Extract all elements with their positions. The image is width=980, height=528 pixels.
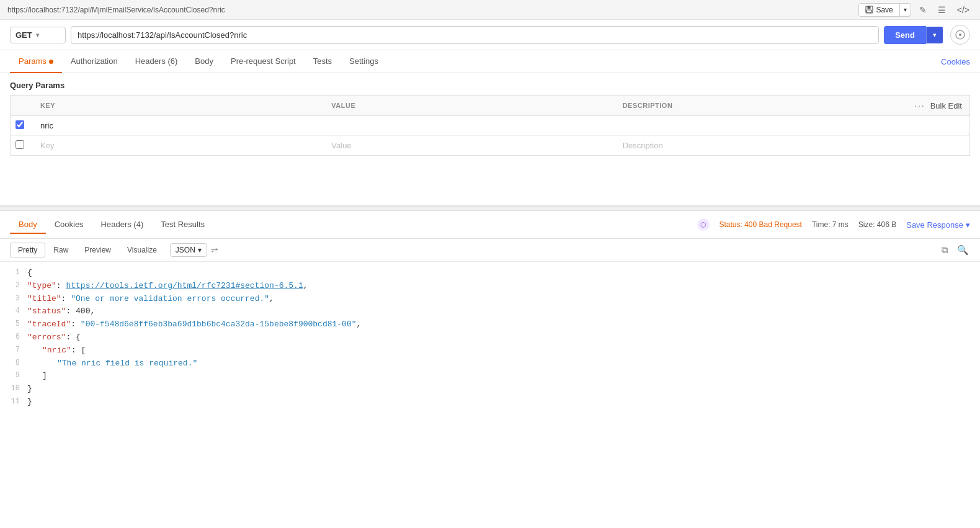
search-button[interactable]: 🔍 <box>956 243 970 257</box>
format-tab-pretty[interactable]: Pretty <box>10 243 45 257</box>
format-tabs: Pretty Raw Preview Visualize <box>10 243 165 257</box>
main-container: GET ▾ Send ▾ Params Auth <box>0 20 980 528</box>
tab-params[interactable]: Params <box>10 50 62 73</box>
code-line-9: 9 ] <box>0 370 980 383</box>
param-row-actions <box>907 122 969 130</box>
params-spacer <box>0 156 980 205</box>
placeholder-desc[interactable]: Description <box>617 136 907 154</box>
json-format-selector[interactable]: JSON ▾ <box>170 243 207 257</box>
row-checkbox-cell <box>11 116 34 135</box>
params-table: KEY VALUE DESCRIPTION ··· Bulk Edit nric <box>10 95 970 156</box>
save-label[interactable]: Save <box>859 4 899 16</box>
code-icon-button[interactable]: </> <box>954 4 973 16</box>
param-key-cell[interactable]: nric <box>34 117 325 135</box>
send-button-group[interactable]: Send ▾ <box>884 26 943 44</box>
code-line-5: 5 "traceId": "00-f548d6e8ff6eb3ba69d1bb6… <box>0 318 980 331</box>
top-bar: https://localhost:7132/api/MjmlEmailServ… <box>0 0 980 20</box>
tab-settings[interactable]: Settings <box>341 50 387 73</box>
placeholder-checkbox[interactable] <box>16 140 24 149</box>
svg-rect-1 <box>868 6 871 9</box>
response-header: Body Cookies Headers (4) Test Results ⬡ … <box>0 211 980 239</box>
query-params-label: Query Params <box>10 81 970 90</box>
bulk-edit-button[interactable]: Bulk Edit <box>930 101 962 110</box>
placeholder-check <box>11 136 34 155</box>
param-desc-cell[interactable] <box>617 122 907 130</box>
response-tab-body[interactable]: Body <box>10 216 46 234</box>
toolbar-right-icons: ⧉ 🔍 <box>940 243 970 257</box>
save-button-top[interactable]: Save ▾ <box>858 3 911 17</box>
url-bar: GET ▾ Send ▾ <box>0 20 980 50</box>
response-section: Body Cookies Headers (4) Test Results ⬡ … <box>0 211 980 528</box>
method-select[interactable]: GET ▾ <box>10 27 66 43</box>
param-value-cell[interactable] <box>325 122 616 130</box>
format-tab-raw[interactable]: Raw <box>45 243 76 257</box>
response-time: Time: 7 ms <box>812 220 849 229</box>
code-line-1: 1 { <box>0 267 980 280</box>
cookies-link[interactable]: Cookies <box>941 57 970 66</box>
table-row: nric <box>11 116 969 136</box>
section-divider <box>0 206 980 211</box>
save-dropdown-arrow[interactable]: ▾ <box>900 4 911 15</box>
response-status-icon: ⬡ <box>697 218 710 231</box>
edit-icon-button[interactable]: ✎ <box>916 4 930 16</box>
format-controls: Pretty Raw Preview Visualize JSON ▾ <box>10 243 218 257</box>
method-label: GET <box>16 30 32 40</box>
tab-pre-request-script[interactable]: Pre-request Script <box>222 50 305 73</box>
request-tabs-bar: Params Authorization Headers (6) Body Pr… <box>0 50 980 73</box>
response-tab-cookies[interactable]: Cookies <box>46 216 92 234</box>
top-bar-url: https://localhost:7132/api/MjmlEmailServ… <box>7 6 225 14</box>
send-dropdown[interactable]: ▾ <box>926 27 943 43</box>
save-icon <box>865 6 873 14</box>
placeholder-actions <box>907 141 969 150</box>
save-response-button[interactable]: Save Response ▾ <box>906 220 970 230</box>
code-line-8: 8 "The nric field is required." <box>0 357 980 370</box>
params-table-header: KEY VALUE DESCRIPTION ··· Bulk Edit <box>11 96 969 116</box>
response-tabs: Body Cookies Headers (4) Test Results <box>10 216 213 233</box>
response-tab-headers[interactable]: Headers (4) <box>92 216 153 234</box>
request-section: GET ▾ Send ▾ Params Auth <box>0 20 980 206</box>
send-button[interactable]: Send <box>884 26 926 44</box>
svg-rect-2 <box>867 10 872 12</box>
header-value: VALUE <box>325 97 616 114</box>
tab-headers[interactable]: Headers (6) <box>127 50 187 73</box>
status-badge: Status: 400 Bad Request <box>719 220 802 229</box>
header-description: DESCRIPTION <box>617 97 907 114</box>
code-line-6: 6 "errors": { <box>0 331 980 344</box>
format-tab-preview[interactable]: Preview <box>76 243 119 257</box>
response-meta: ⬡ Status: 400 Bad Request Time: 7 ms Siz… <box>697 218 971 231</box>
more-options-icon[interactable]: ··· <box>914 101 925 110</box>
eye-icon-button[interactable] <box>950 25 970 45</box>
placeholder-key[interactable]: Key <box>34 136 325 154</box>
query-params-section: Query Params KEY VALUE DESCRIPTION ··· B… <box>0 73 980 156</box>
tab-tests[interactable]: Tests <box>305 50 341 73</box>
code-line-10: 10 } <box>0 383 980 396</box>
code-line-7: 7 "nric": [ <box>0 344 980 357</box>
code-line-11: 11 } <box>0 396 980 409</box>
code-line-3: 3 "title": "One or more validation error… <box>0 293 980 306</box>
tab-authorization[interactable]: Authorization <box>62 50 127 73</box>
tab-body[interactable]: Body <box>186 50 222 73</box>
table-row-placeholder: Key Value Description <box>11 136 969 155</box>
params-dot <box>49 60 53 64</box>
filter-icon[interactable]: ⇌ <box>211 245 218 255</box>
format-tab-visualize[interactable]: Visualize <box>119 243 165 257</box>
header-check-col <box>11 101 34 110</box>
code-line-4: 4 "status": 400, <box>0 305 980 318</box>
header-key: KEY <box>34 97 325 114</box>
placeholder-value[interactable]: Value <box>325 136 616 154</box>
url-input[interactable] <box>71 26 879 44</box>
code-editor[interactable]: 1 { 2 "type": https://tools.ietf.org/htm… <box>0 262 980 528</box>
copy-button[interactable]: ⧉ <box>940 243 950 257</box>
response-tab-test-results[interactable]: Test Results <box>152 216 213 234</box>
method-chevron: ▾ <box>36 32 39 38</box>
top-bar-actions: Save ▾ ✎ ☰ </> <box>858 3 973 17</box>
svg-point-4 <box>959 34 961 36</box>
response-toolbar: Pretty Raw Preview Visualize JSON ▾ <box>0 239 980 262</box>
request-tabs: Params Authorization Headers (6) Body Pr… <box>10 50 387 73</box>
param-checkbox[interactable] <box>16 120 24 129</box>
eye-icon <box>955 30 965 40</box>
response-size: Size: 406 B <box>858 220 896 229</box>
code-line-2: 2 "type": https://tools.ietf.org/html/rf… <box>0 280 980 293</box>
doc-icon-button[interactable]: ☰ <box>935 4 949 16</box>
